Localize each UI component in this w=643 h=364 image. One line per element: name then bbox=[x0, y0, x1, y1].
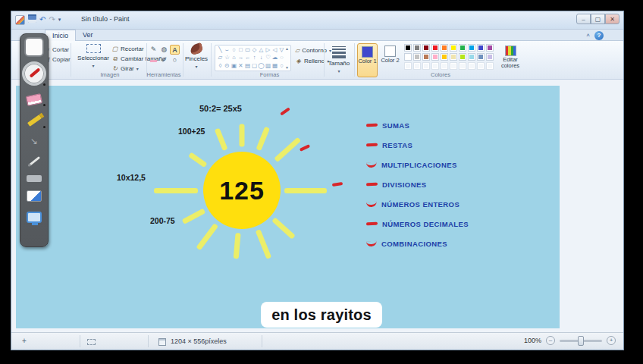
shape-icon-r2c8[interactable]: ▦ bbox=[271, 62, 278, 70]
zoom-in-button[interactable]: + bbox=[607, 336, 616, 345]
shape-icon-r0c1[interactable]: ⌣ bbox=[224, 46, 231, 54]
shape-icon-r0c8[interactable]: ◁ bbox=[271, 46, 278, 54]
palette-swatch-r1c7[interactable] bbox=[468, 53, 475, 61]
palette-swatch-r1c6[interactable] bbox=[459, 53, 466, 61]
shape-icon-r1c2[interactable]: ⌂ bbox=[231, 54, 237, 61]
shape-icon-r1c0[interactable]: ▱ bbox=[217, 54, 224, 61]
spacer-glyph bbox=[27, 175, 42, 182]
palette-swatch-r1c5[interactable] bbox=[450, 53, 457, 61]
drawing-canvas[interactable]: 125 50:2= 25x5 100+25 10x12,5 200-75 SUM… bbox=[16, 86, 560, 328]
palette-empty-slot[interactable] bbox=[413, 62, 421, 70]
fill-button[interactable]: ◈Relleno▾ bbox=[295, 57, 330, 65]
close-button[interactable]: ✕ bbox=[605, 14, 619, 24]
shape-icon-r1c5[interactable]: ↑ bbox=[251, 54, 258, 61]
draw-tool-icon[interactable] bbox=[22, 38, 46, 56]
help-button[interactable]: ? bbox=[594, 31, 604, 40]
shape-icon-r1c1[interactable]: ☆ bbox=[224, 54, 231, 61]
redo-button[interactable]: ↷ bbox=[49, 14, 55, 25]
shape-icon-r1c6[interactable]: ↓ bbox=[258, 54, 265, 61]
shape-icon-r2c0[interactable]: ◊ bbox=[217, 62, 224, 70]
palette-swatch-r0c9[interactable] bbox=[486, 44, 494, 52]
magnifier-tool-icon[interactable]: ○ bbox=[170, 55, 180, 65]
palette-swatch-r0c2[interactable] bbox=[422, 44, 430, 52]
shape-icon-r1c8[interactable]: ☁ bbox=[271, 54, 278, 61]
shape-icon-r2c4[interactable]: ▤ bbox=[244, 62, 251, 70]
brushes-button[interactable]: Pinceles ▾ bbox=[185, 44, 208, 76]
shape-icon-r2c7[interactable]: ▥ bbox=[265, 62, 271, 70]
shape-icon-r0c5[interactable]: ◇ bbox=[251, 46, 258, 54]
text-tool-icon[interactable]: A bbox=[170, 45, 180, 55]
zoom-slider-thumb[interactable] bbox=[578, 336, 584, 346]
maximize-button[interactable]: ▢ bbox=[591, 14, 605, 24]
quick-access-dropdown-icon[interactable]: ▾ bbox=[58, 14, 61, 25]
palette-swatch-r0c8[interactable] bbox=[477, 44, 485, 52]
shape-icon-r0c3[interactable]: □ bbox=[237, 46, 244, 54]
palette-empty-slot[interactable] bbox=[431, 62, 439, 70]
palette-swatch-r0c0[interactable] bbox=[404, 44, 412, 52]
palette-swatch-r1c9[interactable] bbox=[486, 53, 494, 61]
edit-colors-label: Editar colores bbox=[497, 57, 524, 70]
palette-swatch-r1c8[interactable] bbox=[477, 53, 485, 61]
shape-icon-r2c5[interactable]: ▢ bbox=[251, 62, 258, 70]
palette-swatch-r0c1[interactable] bbox=[413, 44, 421, 52]
save-button[interactable] bbox=[28, 14, 36, 25]
palette-empty-slot[interactable] bbox=[477, 62, 485, 70]
shape-icon-r2c3[interactable]: ✕ bbox=[237, 62, 244, 70]
shape-icon-r2c1[interactable]: ⊙ bbox=[224, 62, 231, 70]
pen-tool-icon[interactable] bbox=[22, 60, 46, 87]
shapes-scroll-up-icon[interactable]: ▲ bbox=[285, 46, 289, 51]
pencil-tool-icon[interactable]: ✎ bbox=[149, 45, 158, 55]
zoom-slider[interactable] bbox=[560, 340, 602, 342]
palette-empty-slot[interactable] bbox=[450, 62, 457, 70]
size-button[interactable]: Tamaño ▾ bbox=[327, 44, 351, 76]
shape-icon-r0c2[interactable]: ○ bbox=[231, 46, 237, 54]
display-tool-icon[interactable] bbox=[22, 208, 46, 226]
arrow-tool-icon[interactable]: ↘ bbox=[22, 133, 46, 149]
palette-swatch-r1c1[interactable] bbox=[413, 53, 421, 61]
palette-empty-slot[interactable] bbox=[404, 62, 412, 70]
video-frame: ↶ ↷ ▾ Sin título - Paint – ▢ ✕ InicioVer… bbox=[0, 0, 643, 364]
minimize-button[interactable]: – bbox=[576, 14, 591, 24]
select-button[interactable]: Seleccionar ▾ bbox=[77, 44, 110, 74]
shape-icon-r0c7[interactable]: ▷ bbox=[265, 46, 271, 54]
collapse-ribbon-icon[interactable]: ˄ bbox=[586, 32, 590, 39]
fill-tool-icon[interactable]: ◍ bbox=[159, 45, 169, 55]
palette-empty-slot[interactable] bbox=[459, 62, 466, 70]
palette-swatch-r0c6[interactable] bbox=[459, 44, 466, 52]
palette-swatch-r0c3[interactable] bbox=[431, 44, 439, 52]
spacer-tool-icon[interactable] bbox=[22, 173, 46, 184]
picker-tool-icon[interactable]: ✐ bbox=[159, 55, 169, 65]
eraser-tool-icon[interactable]: ▬ bbox=[149, 55, 158, 65]
shape-icon-r0c6[interactable]: △ bbox=[258, 46, 265, 54]
shapes-scrollbar[interactable]: ▲ ▼ bbox=[284, 46, 290, 70]
shape-icon-r0c4[interactable]: ▭ bbox=[244, 46, 251, 54]
palette-empty-slot[interactable] bbox=[441, 62, 448, 70]
palette-empty-slot[interactable] bbox=[422, 62, 430, 70]
palette-empty-slot[interactable] bbox=[468, 62, 475, 70]
tab-ver[interactable]: Ver bbox=[76, 30, 100, 41]
shape-icon-r0c0[interactable]: ╲ bbox=[217, 46, 224, 54]
shape-icon-r1c3[interactable]: → bbox=[237, 54, 244, 61]
palette-swatch-r1c2[interactable] bbox=[422, 53, 430, 61]
outline-button[interactable]: ▱Contorno▾ bbox=[295, 46, 330, 55]
palette-swatch-r0c7[interactable] bbox=[468, 44, 475, 52]
shape-icon-r2c6[interactable]: ◯ bbox=[258, 62, 265, 70]
palette-swatch-r0c4[interactable] bbox=[441, 44, 448, 52]
palette-swatch-r1c0[interactable] bbox=[404, 53, 412, 61]
palette-empty-slot[interactable] bbox=[486, 62, 494, 70]
highlighter-tool-icon[interactable] bbox=[22, 111, 46, 130]
paint-app-icon[interactable] bbox=[15, 15, 25, 25]
eraser-tool-icon[interactable] bbox=[22, 91, 46, 108]
shape-icon-r1c4[interactable]: ← bbox=[244, 54, 251, 61]
zoom-out-button[interactable]: – bbox=[546, 336, 555, 345]
shape-icon-r2c2[interactable]: ▣ bbox=[231, 62, 237, 70]
palette-swatch-r1c4[interactable] bbox=[441, 53, 448, 61]
palette-swatch-r1c3[interactable] bbox=[431, 53, 439, 61]
shapes-scroll-down-icon[interactable]: ▼ bbox=[285, 65, 289, 70]
shape-icon-r1c7[interactable]: ♡ bbox=[265, 54, 271, 61]
undo-button[interactable]: ↶ bbox=[39, 14, 45, 25]
palette-swatch-r0c5[interactable] bbox=[450, 44, 457, 52]
tab-inicio[interactable]: Inicio bbox=[45, 30, 76, 41]
screenshot-tool-icon[interactable] bbox=[22, 187, 46, 204]
line-tool-icon[interactable] bbox=[22, 152, 46, 169]
